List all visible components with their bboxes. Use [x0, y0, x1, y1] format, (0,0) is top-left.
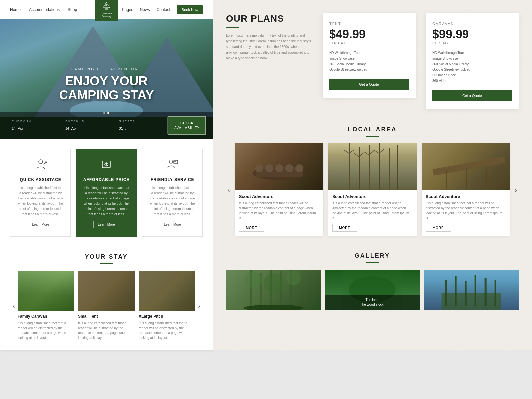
local-card-2-body: Scout Adventure It is a long established…: [422, 190, 510, 236]
svg-point-13: [285, 164, 293, 172]
caravan-plan-type: CARAVAN: [432, 22, 512, 26]
svg-rect-42: [494, 280, 496, 306]
svg-point-31: [264, 273, 284, 293]
left-panel: Home Accommodations Shop CinderfordCampi…: [0, 0, 213, 350]
gallery-underline: [366, 262, 379, 263]
svg-rect-16: [359, 147, 360, 190]
caravan-feature-5: 360 Video: [432, 78, 512, 84]
tent-feature-0: HD Walkthrough Tour: [329, 50, 409, 56]
feature-3-link[interactable]: Learn More: [160, 221, 185, 228]
caravan-quote-button[interactable]: Get a Quote: [432, 90, 512, 101]
tent-quote-button[interactable]: Get a Quote: [329, 79, 409, 90]
stay-card-1-title: Small Tent: [78, 314, 135, 319]
gallery-item-0: [226, 270, 321, 310]
caravan-feature-2: 360 Social Media Library: [432, 61, 512, 67]
svg-rect-21: [432, 156, 505, 176]
local-card-0-image: [235, 143, 324, 190]
svg-rect-38: [455, 276, 456, 306]
plans-title: OUR PLANS: [226, 13, 313, 24]
caravan-feature-0: HD Walkthrough Tour: [432, 50, 512, 56]
nav-links-right: Pages News Contact Book Now: [122, 5, 203, 14]
svg-rect-0: [105, 8, 108, 10]
svg-point-14: [295, 164, 303, 172]
stay-next-button[interactable]: ›: [195, 300, 203, 311]
caravan-feature-4: HD Image Pack: [432, 72, 512, 78]
book-now-button[interactable]: Book Now: [177, 5, 203, 14]
local-card-1-desc: It is a long established fact that a rea…: [332, 201, 413, 221]
local-card-0: Scout Adventure It is a long established…: [235, 143, 324, 236]
nav-accommodations[interactable]: Accommodations: [29, 7, 60, 12]
local-area-underline: [366, 136, 379, 137]
feature-3-desc: It is a long established fact that a rea…: [149, 185, 196, 217]
local-cards: Scout Adventure It is a long established…: [235, 143, 510, 236]
gallery-item-1-caption: The lake. The wood stock.: [325, 295, 420, 310]
svg-rect-22: [446, 170, 447, 190]
svg-rect-20: [397, 145, 398, 190]
local-prev-button[interactable]: ‹: [226, 184, 232, 195]
quick-assistance-icon: [17, 158, 64, 173]
local-slider: ‹: [226, 143, 519, 236]
stay-slider: ‹ Family Caravan It is a long establishe…: [10, 271, 203, 340]
svg-point-10: [255, 164, 263, 172]
local-area-section: LOCAL AREA ‹: [213, 119, 532, 246]
feature-quick-assistance: QUICK ASSISTACE It is a long established…: [10, 149, 71, 237]
stay-prev-button[interactable]: ‹: [10, 300, 18, 311]
nav-pages[interactable]: Pages: [122, 7, 133, 12]
svg-point-33: [244, 305, 304, 310]
tent-plan-card: TENT $49.99 PER DAY HD Walkthrough Tour …: [323, 13, 416, 98]
page-wrapper: Home Accommodations Shop CinderfordCampi…: [0, 0, 532, 350]
nav-shop[interactable]: Shop: [68, 7, 77, 12]
feature-2-desc: It is a long established fact that a rea…: [83, 185, 130, 217]
stay-card-0: Family Caravan It is a long established …: [18, 271, 74, 340]
svg-rect-19: [389, 148, 390, 190]
caravan-plan-card: CARAVAN $99.99 PER DAY HD Walkthrough To…: [426, 13, 519, 109]
local-card-0-body: Scout Adventure It is a long established…: [235, 190, 324, 236]
stay-card-2-image: [139, 271, 195, 311]
svg-rect-24: [486, 167, 487, 190]
svg-rect-37: [445, 280, 447, 306]
your-stay-title: YOUR STAY: [10, 253, 203, 260]
nav-contact[interactable]: Contact: [157, 7, 170, 12]
stay-card-1-image: [78, 271, 135, 311]
local-card-1-image: [328, 143, 417, 190]
feature-1-desc: It is a long established fact that a rea…: [17, 185, 64, 217]
local-next-button[interactable]: ›: [513, 184, 519, 195]
hero-dot-2[interactable]: [107, 112, 109, 114]
nav-home[interactable]: Home: [10, 7, 21, 12]
site-logo[interactable]: CinderfordCamping: [95, 0, 118, 21]
affordable-price-icon: [83, 158, 130, 173]
feature-friendly-service: FRIENDLY SERVICE It is a long establishe…: [142, 149, 203, 237]
svg-rect-18: [379, 143, 380, 190]
gallery-item-1: The lake. The wood stock.: [325, 270, 420, 310]
svg-point-6: [169, 160, 173, 163]
stay-card-2-desc: It is a long established fact that a rea…: [139, 321, 195, 340]
local-area-title: LOCAL AREA: [226, 126, 519, 133]
caravan-feature-3: Google Streetview upload: [432, 67, 512, 72]
local-card-0-title: Scout Adventure: [239, 194, 320, 199]
your-stay-section: YOUR STAY ‹ Family Caravan It is a long …: [0, 247, 213, 350]
your-stay-underline: [100, 263, 113, 264]
nav-news[interactable]: News: [140, 7, 150, 12]
hero-title: ENJOY YOUR CAMPING STAY: [10, 74, 203, 102]
svg-rect-17: [369, 145, 370, 190]
hero-dot-1[interactable]: [103, 112, 105, 114]
local-card-2-more[interactable]: MORE: [426, 224, 451, 232]
local-card-1-more[interactable]: MORE: [332, 224, 357, 232]
hero-dots: [103, 112, 109, 114]
plans-section: OUR PLANS Lorem Ipsum is simply dummy te…: [213, 0, 532, 119]
gallery-item-2: [424, 270, 519, 310]
feature-1-link[interactable]: Learn More: [28, 221, 53, 228]
local-card-0-more[interactable]: MORE: [239, 224, 264, 232]
feature-2-link[interactable]: Learn More: [93, 221, 119, 228]
svg-point-32: [286, 271, 301, 285]
local-area-header: LOCAL AREA: [226, 126, 519, 137]
tent-feature-2: 360 Social Media Library: [329, 61, 409, 67]
stay-card-0-desc: It is a long established fact that a rea…: [18, 321, 74, 340]
svg-rect-39: [465, 281, 466, 306]
plans-underline: [226, 27, 239, 28]
local-card-2-title: Scout Adventure: [426, 194, 506, 199]
stay-card-2: XLarge Pitch It is a long established fa…: [139, 271, 195, 340]
svg-point-2: [39, 160, 43, 164]
stay-card-1: Small Tent It is a long established fact…: [78, 271, 135, 340]
stay-card-1-desc: It is a long established fact that a rea…: [78, 321, 135, 340]
